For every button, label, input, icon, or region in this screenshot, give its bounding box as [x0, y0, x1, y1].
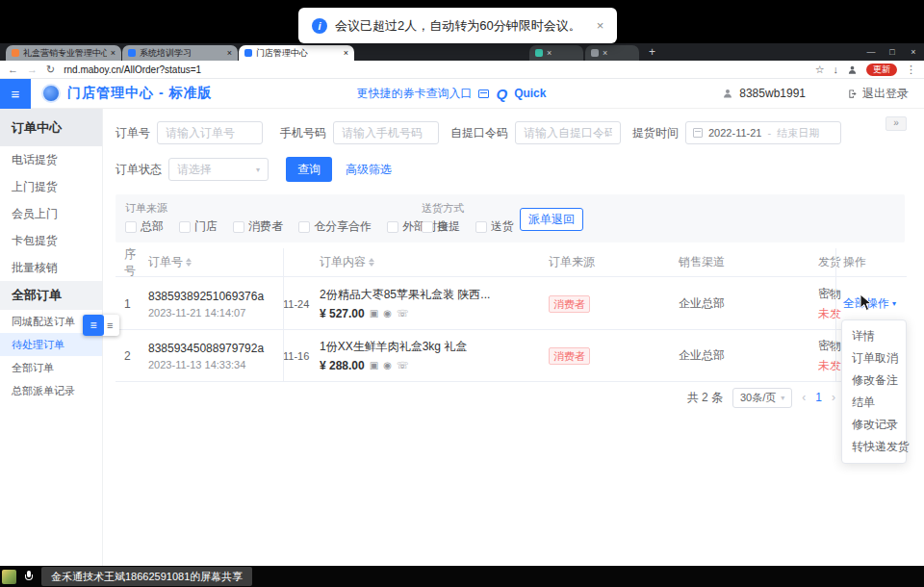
checkbox-label: 门店 [194, 218, 218, 235]
addressbar-actions: ☆ ↓ 更新 ⋮ [815, 64, 916, 76]
sidebar-section-order-center: 订单中心 [0, 109, 102, 146]
tab-close-icon[interactable]: × [227, 48, 232, 58]
app-title: 门店管理中心 - 标准版 [67, 85, 212, 102]
reload-icon[interactable]: ↻ [46, 64, 55, 75]
menu-item-settle[interactable]: 结单 [842, 392, 906, 414]
sidebar-item-hq-dispatch-records[interactable]: 总部派单记录 [0, 379, 102, 402]
next-page-button[interactable]: › [832, 391, 835, 404]
order-no-label: 订单号 [116, 125, 150, 141]
tab-favicon [244, 49, 252, 57]
date-separator: - [767, 127, 771, 139]
checkbox-delivery-ship[interactable]: 送货 [475, 218, 514, 235]
tab-title: 礼盒营销专业管理中心 [23, 47, 107, 60]
minimize-icon[interactable]: — [860, 43, 882, 61]
tab-close-icon[interactable]: × [547, 48, 552, 58]
checkbox-delivery-selfpickup[interactable]: 自提 [422, 218, 460, 235]
tab-close-icon[interactable]: × [111, 48, 116, 58]
browser-tab-active[interactable]: 门店管理中心 × [239, 45, 354, 61]
user-icon [722, 88, 733, 99]
start-date-value[interactable]: 2022-11-21 [708, 127, 761, 139]
sidebar-item-all-orders[interactable]: 全部订单 [0, 356, 102, 379]
floating-menu-button[interactable]: ≡ [83, 315, 104, 336]
checkbox-source-hq[interactable]: 总部 [125, 218, 164, 235]
toast-close-icon[interactable]: × [597, 18, 604, 33]
search-button[interactable]: 查询 [286, 157, 332, 182]
bookmark-star-icon[interactable]: ☆ [815, 64, 825, 75]
order-status-select[interactable]: 请选择 ▾ [168, 158, 269, 181]
current-page-number[interactable]: 1 [815, 391, 822, 404]
menu-item-details[interactable]: 详情 [842, 325, 906, 347]
collapse-filters-button[interactable]: » [886, 116, 907, 131]
mouse-cursor [860, 294, 873, 313]
dispatch-return-button[interactable]: 派单退回 [520, 208, 583, 231]
menu-item-edit-history[interactable]: 修改记录 [842, 414, 906, 436]
source-checkbox-group: 总部 门店 消费者 仓分享合作 外部对接 [125, 218, 464, 235]
column-order-no[interactable]: 订单号 [148, 254, 283, 270]
advanced-filter-link[interactable]: 高级筛选 [346, 162, 392, 178]
checkbox-source-consumer[interactable]: 消费者 [233, 218, 283, 235]
sidebar-item-door-pickup[interactable]: 上门提货 [0, 173, 102, 200]
browser-tab-1[interactable]: 礼盒营销专业管理中心 × [6, 45, 121, 61]
browser-tab-2[interactable]: 系统培训学习 × [122, 45, 238, 61]
scan-icon: ◉ [383, 361, 392, 370]
close-window-icon[interactable]: × [903, 43, 924, 61]
forward-icon[interactable]: → [27, 64, 38, 75]
screen-share-label: 金禾通技术王斌18662591081的屏幕共享 [41, 567, 252, 586]
download-icon[interactable]: ↓ [834, 64, 839, 75]
browser-tab-small-1[interactable]: × [529, 45, 583, 61]
delivery-method-label: 送货方式 [422, 201, 464, 216]
checkbox-source-store[interactable]: 门店 [179, 218, 218, 235]
browser-menu-icon[interactable]: ⋮ [906, 64, 916, 76]
column-index: 序号 [116, 246, 148, 279]
chrome-update-button[interactable]: 更新 [866, 64, 897, 76]
sort-icon[interactable] [186, 258, 192, 267]
phone-icon: ☏ [397, 361, 409, 370]
menu-item-cancel-order[interactable]: 订单取消 [842, 347, 906, 370]
browser-tab-small-2[interactable]: × [585, 45, 639, 61]
checkbox-label: 自提 [437, 218, 460, 235]
checkbox-source-share-coop[interactable]: 仓分享合作 [298, 218, 372, 235]
sidebar-item-batch-verify[interactable]: 批量核销 [0, 254, 102, 281]
order-no-value[interactable]: 83859389251069376a [148, 290, 264, 303]
checkbox-label: 总部 [141, 218, 164, 235]
profile-icon[interactable] [847, 64, 858, 75]
order-no-input[interactable] [157, 121, 263, 144]
total-count-label: 共 2 条 [687, 390, 723, 406]
tab-close-icon[interactable]: × [603, 48, 607, 58]
sidebar-item-phone-pickup[interactable]: 电话提货 [0, 146, 102, 173]
menu-item-edit-remark[interactable]: 修改备注 [842, 370, 906, 392]
maximize-icon[interactable]: □ [882, 43, 903, 61]
table-header: 序号 订单号 订单内容 订单来源 销售渠道 发货 操作 [116, 248, 907, 277]
tab-favicon [128, 49, 136, 57]
page-size-value: 30条/页 [740, 391, 776, 405]
pickup-code-input[interactable] [515, 121, 621, 144]
phone-icon: ☏ [397, 309, 409, 319]
sidebar-item-pending-orders[interactable]: 待处理订单 [0, 333, 102, 356]
menu-item-express-ship[interactable]: 转快递发货 [842, 436, 906, 458]
end-date-placeholder[interactable]: 结束日期 [777, 126, 819, 140]
tab-close-icon[interactable]: × [344, 48, 348, 58]
quick-search-link[interactable]: Quick [514, 87, 546, 100]
price-row: ¥ 527.00 ▣ ◉ ☏ [320, 307, 408, 320]
back-icon[interactable]: ← [8, 64, 18, 75]
hamburger-menu-button[interactable]: ≡ [0, 79, 31, 109]
page-size-select[interactable]: 30条/页 ▾ [732, 388, 792, 408]
row-index: 2 [116, 349, 148, 363]
column-order-content[interactable]: 订单内容 [320, 254, 549, 270]
coupon-search-link[interactable]: 更快捷的券卡查询入口 [356, 86, 472, 102]
sidebar-item-card-pickup[interactable]: 卡包提货 [0, 227, 102, 254]
sales-channel-cell: 企业总部 [679, 347, 818, 364]
date-range-picker[interactable]: 2022-11-21 - 结束日期 [685, 121, 841, 144]
url-field[interactable]: rnd.maboy.cn/AllOrder?status=1 [64, 64, 201, 75]
sidebar-section-all-orders[interactable]: 全部订单 [0, 281, 102, 310]
floating-widget[interactable]: ≡ ≡ [83, 315, 119, 336]
phone-input[interactable] [333, 121, 439, 144]
sidebar-item-member-visit[interactable]: 会员上门 [0, 200, 102, 227]
microphone-icon[interactable] [25, 571, 33, 582]
prev-page-button[interactable]: ‹ [802, 391, 806, 404]
order-no-value[interactable]: 83859345088979792a [148, 342, 264, 355]
price-row: ¥ 288.00 ▣ ◉ ☏ [320, 359, 408, 372]
sort-icon[interactable] [369, 258, 374, 267]
new-tab-button[interactable]: + [649, 45, 655, 59]
logout-button[interactable]: 退出登录 [848, 86, 909, 102]
